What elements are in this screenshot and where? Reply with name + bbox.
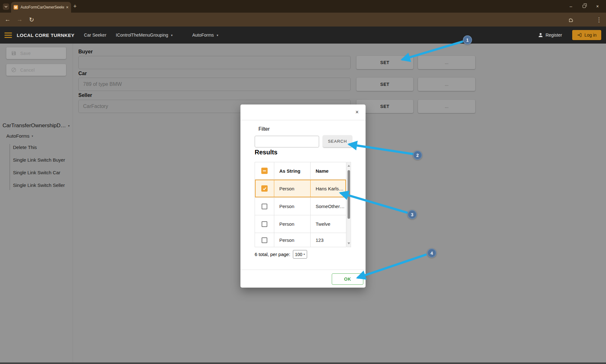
table-row[interactable]: Person SomeOther… xyxy=(255,198,346,215)
check-icon xyxy=(263,187,267,191)
annotation-badge-4: 4 xyxy=(427,248,436,258)
annotation-badge-2: 2 xyxy=(413,151,422,160)
nav-item-icontrolthemenugrouping[interactable]: IControlTheMenuGrouping▾ xyxy=(116,33,173,38)
window-close-button[interactable]: × xyxy=(591,4,604,9)
tab-title: AutoFormCarOwnerSeeker xyxy=(21,5,64,9)
scroll-up-icon[interactable] xyxy=(348,165,350,167)
sidebar-item-delete-this[interactable]: Delete This xyxy=(13,145,37,150)
filter-input[interactable] xyxy=(255,136,319,147)
picker-dialog: × Filter SEARCH Results As String Name P… xyxy=(240,104,366,288)
table-scrollbar[interactable] xyxy=(347,162,351,247)
search-button[interactable]: SEARCH xyxy=(323,135,352,147)
sidebar-item-single-link-switch-car[interactable]: Single Link Switch Car xyxy=(13,170,60,175)
total-text: 6 total, per page: xyxy=(255,252,290,257)
cell-as-string: Person xyxy=(274,180,311,197)
car-input[interactable] xyxy=(78,78,351,91)
column-header-as-string[interactable]: As String xyxy=(274,162,311,179)
screen: M AutoFormCarOwnerSeeker × + – × ← → ↻ l… xyxy=(0,0,606,364)
restore-icon xyxy=(583,5,586,8)
login-icon xyxy=(577,33,582,38)
app-navbar: LOCAL CORE TURNKEY Car Seeker IControlTh… xyxy=(0,27,606,44)
row-checkbox[interactable] xyxy=(262,221,267,227)
cell-as-string: Person xyxy=(274,233,311,247)
save-button[interactable]: Save xyxy=(6,47,66,59)
save-icon xyxy=(11,51,16,56)
nav-item-car-seeker[interactable]: Car Seeker xyxy=(84,33,106,38)
car-set-button[interactable]: SET xyxy=(356,78,413,91)
new-tab-button[interactable]: + xyxy=(73,2,77,10)
cell-as-string: Person xyxy=(274,215,311,233)
window-minimize-button[interactable]: – xyxy=(564,4,578,9)
bottom-edge xyxy=(0,362,606,364)
car-more-button[interactable]: ... xyxy=(418,78,475,91)
results-table: As String Name Person Hans Karls… Person… xyxy=(255,162,346,247)
table-header-row: As String Name xyxy=(255,162,346,180)
table-row[interactable]: Person 123 xyxy=(255,233,346,247)
table-row[interactable]: Person Hans Karls… xyxy=(255,180,346,198)
chevron-down-icon xyxy=(4,6,8,8)
extensions-icon[interactable] xyxy=(567,13,575,27)
cancel-icon xyxy=(11,67,16,73)
dialog-footer-divider xyxy=(240,270,366,270)
window-controls: – × xyxy=(564,0,604,13)
sidebar-link-rail xyxy=(9,144,10,190)
brand-title: LOCAL CORE TURNKEY xyxy=(17,33,75,38)
tab-search-button[interactable] xyxy=(3,3,9,10)
chevron-down-icon: ▾ xyxy=(68,124,70,128)
table-row[interactable]: Person Twelve xyxy=(255,215,346,233)
register-button[interactable]: Register xyxy=(538,32,562,38)
row-checkbox[interactable] xyxy=(262,204,267,209)
indeterminate-icon xyxy=(263,169,266,173)
tab-close-icon[interactable]: × xyxy=(66,5,69,10)
chevron-down-icon: ▾ xyxy=(32,134,33,138)
scroll-down-icon[interactable] xyxy=(348,242,350,244)
results-heading: Results xyxy=(255,149,277,156)
row-checkbox[interactable] xyxy=(262,237,267,243)
per-page-select[interactable]: 100 ▾ xyxy=(293,250,307,259)
annotation-badge-1: 1 xyxy=(463,35,472,45)
chevron-down-icon: ▾ xyxy=(217,33,218,37)
nav-item-autoforms[interactable]: AutoForms▾ xyxy=(192,33,218,38)
filter-label: Filter xyxy=(258,126,270,132)
browser-toolbar: ← → ↻ localhost:8182/App#/AutoFormCarTra… xyxy=(0,13,606,27)
dialog-close-icon[interactable]: × xyxy=(354,109,361,116)
annotation-badge-3: 3 xyxy=(408,210,417,219)
buyer-label: Buyer xyxy=(78,49,93,55)
buyer-input[interactable] xyxy=(78,56,351,69)
car-label: Car xyxy=(78,71,87,76)
cell-as-string: Person xyxy=(274,198,311,215)
browser-tab[interactable]: M AutoFormCarOwnerSeeker × xyxy=(11,2,71,13)
buyer-more-button[interactable]: ... xyxy=(418,56,475,69)
seller-more-button[interactable]: ... xyxy=(418,100,475,113)
select-all-checkbox[interactable] xyxy=(261,168,268,174)
browser-menu-icon[interactable]: ⋮ xyxy=(595,13,603,27)
column-header-name[interactable]: Name xyxy=(311,162,346,179)
cancel-button[interactable]: Cancel xyxy=(6,64,66,76)
sidebar-item-single-link-switch-seller[interactable]: Single Link Switch Seller xyxy=(13,182,65,188)
sidebar-group-autoforms[interactable]: AutoForms▾ xyxy=(6,133,33,139)
ok-button[interactable]: OK xyxy=(332,273,363,285)
back-button[interactable]: ← xyxy=(4,13,11,27)
hamburger-menu-icon[interactable] xyxy=(4,33,12,38)
sidebar-item-single-link-switch-buyer[interactable]: Single Link Switch Buyer xyxy=(13,157,65,163)
scrollbar-thumb[interactable] xyxy=(348,170,350,219)
cell-name: SomeOther… xyxy=(311,198,346,215)
sidebar-divider xyxy=(73,44,73,362)
seller-label: Seller xyxy=(78,92,92,98)
pagination-bar: 6 total, per page: 100 ▾ xyxy=(255,250,307,259)
favicon: M xyxy=(14,5,18,9)
dialog-header-divider xyxy=(240,120,366,120)
chevron-down-icon: ▾ xyxy=(171,33,173,37)
cell-name: Hans Karls… xyxy=(311,180,346,197)
row-checkbox-checked[interactable] xyxy=(261,185,268,192)
window-restore-button[interactable] xyxy=(578,4,591,9)
reload-button[interactable]: ↻ xyxy=(28,13,35,27)
document-title[interactable]: CarTransferOwnershipD…▾ xyxy=(3,122,70,129)
cell-name: 123 xyxy=(311,233,346,247)
login-button[interactable]: Log in xyxy=(572,30,601,40)
buyer-set-button[interactable]: SET xyxy=(356,56,413,69)
cell-name: Twelve xyxy=(311,215,346,233)
person-icon xyxy=(538,32,543,38)
chevron-down-icon: ▾ xyxy=(304,253,305,256)
forward-button[interactable]: → xyxy=(16,13,23,27)
